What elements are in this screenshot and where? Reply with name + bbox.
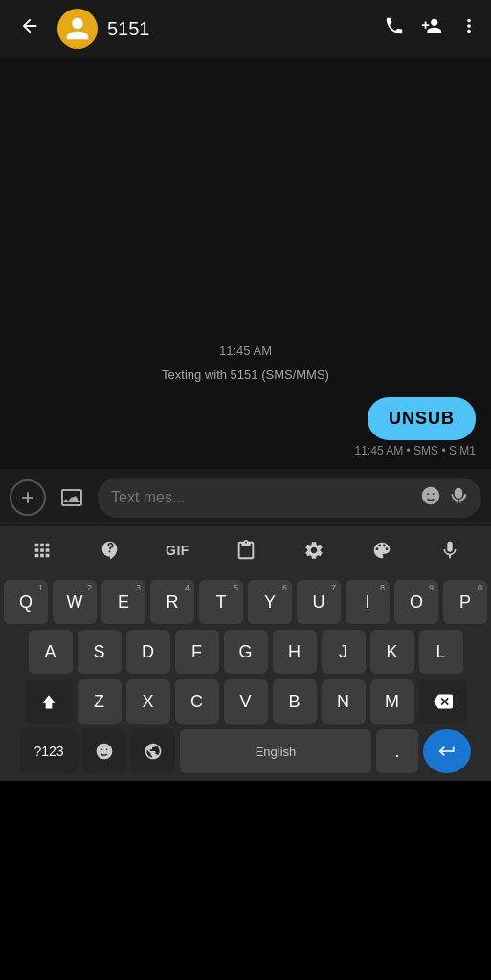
text-input-box xyxy=(98,478,481,518)
key-h[interactable]: H xyxy=(273,630,317,674)
key-n[interactable]: N xyxy=(322,679,366,724)
num-sym-key[interactable]: ?123 xyxy=(20,729,78,773)
key-x[interactable]: X xyxy=(126,679,170,724)
keyboard: Q1 W2 E3 R4 T5 Y6 U7 I8 O9 P0 A S D F G … xyxy=(0,574,491,781)
key-y[interactable]: Y6 xyxy=(248,580,292,624)
add-attachment-button[interactable] xyxy=(10,479,46,516)
emoji-keyboard-key[interactable] xyxy=(82,729,126,773)
key-f[interactable]: F xyxy=(175,630,219,674)
keyboard-row-2: A S D F G H J K L xyxy=(4,630,487,674)
palette-toolbar-button[interactable] xyxy=(361,532,403,568)
key-p[interactable]: P0 xyxy=(443,580,487,624)
key-e[interactable]: E3 xyxy=(101,580,145,624)
message-row: UNSUB xyxy=(0,397,491,440)
message-bubble: UNSUB xyxy=(368,397,476,440)
gif-toolbar-button[interactable]: GIF xyxy=(157,532,199,568)
nav-icons xyxy=(384,15,480,42)
avatar xyxy=(57,9,98,49)
mic-toolbar-button[interactable] xyxy=(429,532,471,568)
key-r[interactable]: R4 xyxy=(150,580,194,624)
key-j[interactable]: J xyxy=(322,630,366,674)
shift-key[interactable] xyxy=(25,679,73,724)
keyboard-row-1: Q1 W2 E3 R4 T5 Y6 U7 I8 O9 P0 xyxy=(4,580,487,624)
key-b[interactable]: B xyxy=(273,679,317,724)
key-c[interactable]: C xyxy=(175,679,219,724)
keyboard-row-3: Z X C V B N M xyxy=(4,679,487,724)
key-k[interactable]: K xyxy=(370,630,414,674)
backspace-key[interactable] xyxy=(419,679,467,724)
keyboard-toolbar: GIF xyxy=(0,526,491,574)
key-m[interactable]: M xyxy=(370,679,414,724)
emoji-button[interactable] xyxy=(420,485,441,511)
call-button[interactable] xyxy=(384,15,405,42)
input-row xyxy=(0,469,491,526)
media-button[interactable] xyxy=(54,479,90,516)
back-button[interactable] xyxy=(11,11,48,46)
key-a[interactable]: A xyxy=(29,630,73,674)
message-meta: 11:45 AM • SMS • SIM1 xyxy=(0,444,491,457)
top-nav: 5151 xyxy=(0,0,491,57)
add-contact-button[interactable] xyxy=(420,15,443,42)
key-w[interactable]: W2 xyxy=(53,580,97,624)
chat-area: 11:45 AM Texting with 5151 (SMS/MMS) UNS… xyxy=(0,57,491,469)
key-o[interactable]: O9 xyxy=(394,580,438,624)
texting-info: Texting with 5151 (SMS/MMS) xyxy=(162,368,329,382)
key-d[interactable]: D xyxy=(126,630,170,674)
clipboard-toolbar-button[interactable] xyxy=(225,532,267,568)
key-l[interactable]: L xyxy=(419,630,463,674)
key-i[interactable]: I8 xyxy=(346,580,390,624)
sticker-toolbar-button[interactable] xyxy=(89,532,131,568)
globe-key[interactable] xyxy=(131,729,175,773)
key-z[interactable]: Z xyxy=(78,679,122,724)
key-s[interactable]: S xyxy=(78,630,122,674)
chat-timestamp: 11:45 AM xyxy=(219,344,272,358)
key-q[interactable]: Q1 xyxy=(4,580,48,624)
text-input[interactable] xyxy=(111,489,413,506)
settings-toolbar-button[interactable] xyxy=(293,532,335,568)
keyboard-row-4: ?123 English . xyxy=(4,729,487,773)
key-t[interactable]: T5 xyxy=(199,580,243,624)
apps-toolbar-button[interactable] xyxy=(21,532,63,568)
enter-key[interactable] xyxy=(423,729,471,773)
key-v[interactable]: V xyxy=(224,679,268,724)
contact-name: 5151 xyxy=(107,18,374,40)
key-g[interactable]: G xyxy=(224,630,268,674)
more-options-button[interactable] xyxy=(458,15,480,42)
voice-button[interactable] xyxy=(449,486,468,510)
key-u[interactable]: U7 xyxy=(297,580,341,624)
period-key[interactable]: . xyxy=(376,729,418,773)
spacebar-key[interactable]: English xyxy=(180,729,371,773)
